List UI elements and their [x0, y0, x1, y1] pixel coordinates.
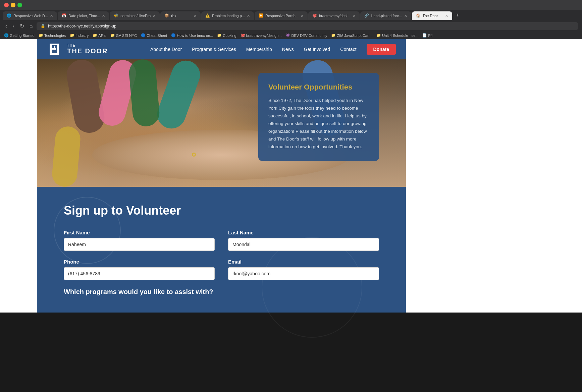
- traffic-lights: [4, 3, 22, 7]
- bookmark-label: APIs: [98, 34, 106, 38]
- bookmark-icon: 📁: [217, 33, 222, 38]
- tab-close-icon[interactable]: ✕: [404, 14, 407, 18]
- nav-get-involved[interactable]: Get Involved: [304, 47, 330, 52]
- left-margin: [0, 39, 37, 313]
- bookmark-bradtraversy[interactable]: 🐙 bradtraversy/design...: [241, 33, 282, 38]
- logo-door: THE DOOR: [67, 47, 108, 55]
- tab-sormiston[interactable]: 🐝 sormiston/HivePro ✕: [110, 11, 160, 20]
- svg-rect-6: [54, 46, 55, 49]
- bookmark-icon: 📁: [376, 33, 381, 38]
- bookmark-ga-sei[interactable]: 📁 GA SEI NYC: [110, 33, 137, 38]
- bookmark-label: Cheat Sheet: [147, 34, 167, 38]
- site-navigation: THE THE DOOR About the Door Programs & S…: [37, 39, 406, 59]
- tab-label: Problem loading p...: [212, 14, 245, 18]
- bookmark-technologies[interactable]: 📁 Technologies: [39, 33, 66, 38]
- info-card-text: Since 1972, The Door has helped youth in…: [268, 97, 369, 151]
- nav-contact[interactable]: Contact: [340, 47, 356, 52]
- tab-close-icon[interactable]: ✕: [50, 14, 53, 18]
- nav-links: About the Door Programs & Services Membe…: [150, 44, 396, 55]
- tab-close-icon[interactable]: ✕: [353, 14, 356, 18]
- bookmark-label: Technologies: [44, 34, 66, 38]
- bookmark-label: P4: [428, 34, 432, 38]
- ring-detail: [192, 153, 196, 157]
- bookmarks-bar: 🌐 Getting Started 📁 Technologies 📁 Indus…: [0, 32, 582, 39]
- form-title: Sign up to Volunteer: [64, 204, 379, 218]
- email-input[interactable]: [228, 267, 379, 280]
- bookmark-cheat-sheet[interactable]: 🔵 Cheat Sheet: [141, 33, 167, 38]
- refresh-button[interactable]: ↻: [18, 21, 25, 31]
- tab-close-icon[interactable]: ✕: [194, 14, 197, 18]
- tab-close-icon[interactable]: ✕: [102, 14, 105, 18]
- minimize-button[interactable]: [11, 3, 15, 7]
- close-button[interactable]: [4, 3, 9, 7]
- bookmark-dev[interactable]: 👾 DEV DEV Community: [285, 33, 327, 38]
- nav-about[interactable]: About the Door: [150, 47, 182, 52]
- tab-rbx[interactable]: 📦 rbx ✕: [160, 11, 201, 20]
- bookmark-cooking[interactable]: 📁 Cooking: [217, 33, 236, 38]
- tab-close-icon[interactable]: ✕: [247, 14, 250, 18]
- email-label: Email: [228, 259, 379, 265]
- tab-label: Date picker, Time...: [68, 14, 100, 18]
- nav-news[interactable]: News: [282, 47, 294, 52]
- bookmark-icon: 📁: [93, 33, 97, 38]
- bookmark-label: Unit 4 Schedule - se...: [382, 34, 418, 38]
- sleeve-brown: [64, 59, 107, 135]
- bookmark-getting-started[interactable]: 🌐 Getting Started: [4, 33, 35, 38]
- bookmark-icon: 📁: [39, 33, 43, 38]
- bookmark-label: bradtraversy/design...: [246, 34, 282, 38]
- bookmark-zim[interactable]: 📁 ZIM JavaScript Can...: [331, 33, 372, 38]
- url-bar[interactable]: 🔒 https://the-door-nyc.netlify.app/sign-…: [37, 22, 578, 30]
- bookmark-apis[interactable]: 📁 APIs: [93, 33, 106, 38]
- nav-membership[interactable]: Membership: [246, 47, 272, 52]
- maximize-button[interactable]: [17, 3, 22, 7]
- first-name-input[interactable]: [64, 238, 215, 251]
- right-margin: [406, 39, 582, 313]
- tab-date-picker[interactable]: 📅 Date picker, Time... ✕: [58, 11, 109, 20]
- bookmark-unit4[interactable]: 📁 Unit 4 Schedule - se...: [376, 33, 418, 38]
- bookmark-label: DEV DEV Community: [291, 34, 327, 38]
- last-name-input[interactable]: [228, 238, 379, 251]
- tab-label: Responsive Portfo...: [265, 14, 299, 18]
- tab-portfolio[interactable]: ▶️ Responsive Portfo... ✕: [255, 11, 308, 20]
- tab-label: rbx: [171, 14, 176, 18]
- hero-section: Volunteer Opportunities Since 1972, The …: [37, 59, 406, 187]
- tab-close-icon[interactable]: ✕: [445, 14, 448, 18]
- home-button[interactable]: ⌂: [28, 22, 34, 31]
- tab-favicon: 🏠: [416, 13, 421, 18]
- logo-svg: [47, 41, 64, 58]
- address-bar: ‹ › ↻ ⌂ 🔒 https://the-door-nyc.netlify.a…: [0, 20, 582, 32]
- tab-hand-picked[interactable]: 🔗 Hand-picked free... ✕: [360, 11, 411, 20]
- bookmark-icon: 📁: [331, 33, 336, 38]
- donate-button[interactable]: Donate: [367, 44, 396, 55]
- tab-label: bradtraversy/desi...: [319, 14, 351, 18]
- bookmark-label: ZIM JavaScript Can...: [337, 34, 372, 38]
- tab-problem[interactable]: ⚠️ Problem loading p... ✕: [201, 11, 254, 20]
- tab-close-icon[interactable]: ✕: [153, 14, 156, 18]
- site-logo[interactable]: THE THE DOOR: [47, 41, 108, 58]
- phone-input[interactable]: [64, 267, 215, 280]
- tab-bradtraversy[interactable]: 🐙 bradtraversy/desi... ✕: [308, 11, 360, 20]
- tab-the-door[interactable]: 🏠 The Door ✕: [412, 11, 452, 20]
- sleeve-teal: [153, 59, 204, 132]
- bookmark-icon: 🐙: [241, 33, 245, 38]
- tab-favicon: 🐙: [312, 13, 317, 18]
- tab-close-icon[interactable]: ✕: [301, 14, 304, 18]
- bookmark-industry[interactable]: 📁 Industry: [70, 33, 89, 38]
- tab-favicon: ⚠️: [205, 13, 210, 18]
- bookmark-tmux[interactable]: 🔵 How to Use tmux on...: [171, 33, 213, 38]
- tab-label: The Door: [423, 14, 438, 18]
- nav-programs[interactable]: Programs & Services: [192, 47, 236, 52]
- tab-label: sormiston/HivePro: [120, 14, 151, 18]
- website-content: THE THE DOOR About the Door Programs & S…: [37, 39, 406, 313]
- bookmark-label: GA SEI NYC: [116, 34, 137, 38]
- bookmark-icon: 📄: [422, 33, 427, 38]
- back-button[interactable]: ‹: [4, 22, 8, 31]
- new-tab-button[interactable]: +: [453, 10, 463, 20]
- tab-label: Hand-picked free...: [371, 14, 402, 18]
- browser-chrome: 🌐 Responsive Web D... ✕ 📅 Date picker, T…: [0, 0, 582, 39]
- tab-responsive-web[interactable]: 🌐 Responsive Web D... ✕: [3, 11, 57, 20]
- bookmark-icon: 🌐: [4, 33, 9, 38]
- bookmark-p4[interactable]: 📄 P4: [422, 33, 432, 38]
- tab-label: Responsive Web D...: [13, 14, 48, 18]
- forward-button[interactable]: ›: [11, 22, 15, 31]
